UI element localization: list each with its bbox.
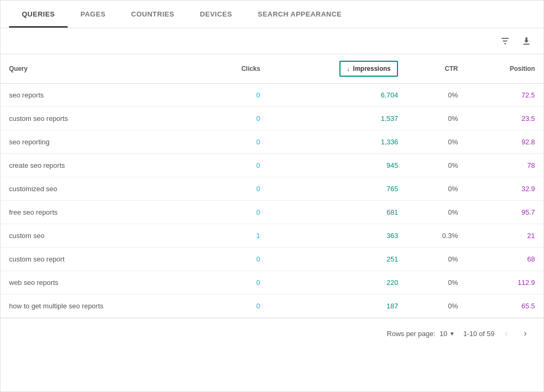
prev-page-button[interactable]: ‹ [499,326,514,341]
cell-clicks: 0 [204,248,269,271]
cell-clicks: 0 [204,107,269,130]
tab-queries[interactable]: QUERIES [9,1,68,28]
cell-clicks: 0 [204,201,269,224]
cell-query: custom seo report [1,248,204,271]
cell-ctr: 0% [407,201,466,224]
filter-button[interactable] [499,35,511,47]
col-header-position[interactable]: Position [466,54,543,84]
cell-query: create seo reports [1,154,204,177]
download-button[interactable] [520,35,533,47]
page-range-label: 1-10 of 59 [463,330,494,338]
cell-impressions: 187 [269,295,407,318]
sort-arrow-icon: ↓ [347,66,350,72]
tab-pages[interactable]: PAGES [68,1,118,28]
table-row[interactable]: free seo reports06810%95.7 [1,201,543,224]
cell-clicks: 0 [204,130,269,154]
cell-impressions: 681 [269,201,407,224]
table-row[interactable]: custom seo report02510%68 [1,248,543,271]
cell-impressions: 220 [269,271,407,295]
cell-query: custom seo [1,224,204,248]
cell-position: 95.7 [466,201,543,224]
page-navigation: 1-10 of 59 ‹ › [463,326,533,341]
table-row[interactable]: seo reporting01,3360%92.8 [1,130,543,154]
table-row[interactable]: custom seo reports01,5370%23.5 [1,107,543,130]
col-header-clicks[interactable]: Clicks [204,54,269,84]
cell-position: 112.9 [466,271,543,295]
cell-clicks: 0 [204,295,269,318]
col-header-ctr[interactable]: CTR [407,54,466,84]
cell-ctr: 0% [407,295,466,318]
tab-bar: QUERIES PAGES COUNTRIES DEVICES SEARCH A… [1,1,543,28]
cell-ctr: 0% [407,84,466,107]
table-row[interactable]: create seo reports09450%78 [1,154,543,177]
table-row[interactable]: custom seo13630.3%21 [1,224,543,248]
cell-position: 68 [466,248,543,271]
cell-impressions: 363 [269,224,407,248]
cell-ctr: 0.3% [407,224,466,248]
col-header-impressions[interactable]: ↓ Impressions [269,54,407,84]
cell-ctr: 0% [407,130,466,154]
cell-query: web seo reports [1,271,204,295]
cell-position: 72.5 [466,84,543,107]
cell-ctr: 0% [407,248,466,271]
cell-ctr: 0% [407,177,466,201]
tab-devices[interactable]: DEVICES [187,1,245,28]
cell-ctr: 0% [407,154,466,177]
cell-clicks: 0 [204,84,269,107]
dropdown-arrow-icon: ▼ [450,331,455,337]
cell-position: 78 [466,154,543,177]
cell-query: seo reporting [1,130,204,154]
cell-query: seo reports [1,84,204,107]
cell-impressions: 765 [269,177,407,201]
cell-clicks: 0 [204,177,269,201]
tab-search-appearance[interactable]: SEARCH APPEARANCE [245,1,355,28]
cell-ctr: 0% [407,107,466,130]
col-header-query: Query [1,54,204,84]
cell-position: 21 [466,224,543,248]
cell-impressions: 1,336 [269,130,407,154]
next-page-button[interactable]: › [518,326,533,341]
cell-query: how to get multiple seo reports [1,295,204,318]
data-table: Query Clicks ↓ Impressions CTR [1,54,543,318]
cell-query: free seo reports [1,201,204,224]
tab-countries[interactable]: COUNTRIES [118,1,187,28]
cell-impressions: 1,537 [269,107,407,130]
rows-per-page: Rows per page: 10 ▼ [387,330,454,338]
cell-position: 23.5 [466,107,543,130]
table-row[interactable]: seo reports06,7040%72.5 [1,84,543,107]
cell-impressions: 251 [269,248,407,271]
rows-select-dropdown[interactable]: 10 ▼ [440,330,454,338]
svg-rect-3 [523,44,530,45]
table-row[interactable]: how to get multiple seo reports01870%65.… [1,295,543,318]
cell-query: custom seo reports [1,107,204,130]
table-row[interactable]: customized seo07650%32.9 [1,177,543,201]
cell-position: 65.5 [466,295,543,318]
cell-position: 92.8 [466,130,543,154]
rows-per-page-value: 10 [440,330,447,338]
cell-clicks: 0 [204,154,269,177]
cell-impressions: 945 [269,154,407,177]
cell-clicks: 1 [204,224,269,248]
cell-clicks: 0 [204,271,269,295]
cell-position: 32.9 [466,177,543,201]
cell-impressions: 6,704 [269,84,407,107]
rows-per-page-label: Rows per page: [387,330,435,338]
pagination-bar: Rows per page: 10 ▼ 1-10 of 59 ‹ › [1,318,543,348]
cell-query: customized seo [1,177,204,201]
cell-ctr: 0% [407,271,466,295]
toolbar [1,28,543,54]
table-row[interactable]: web seo reports02200%112.9 [1,271,543,295]
